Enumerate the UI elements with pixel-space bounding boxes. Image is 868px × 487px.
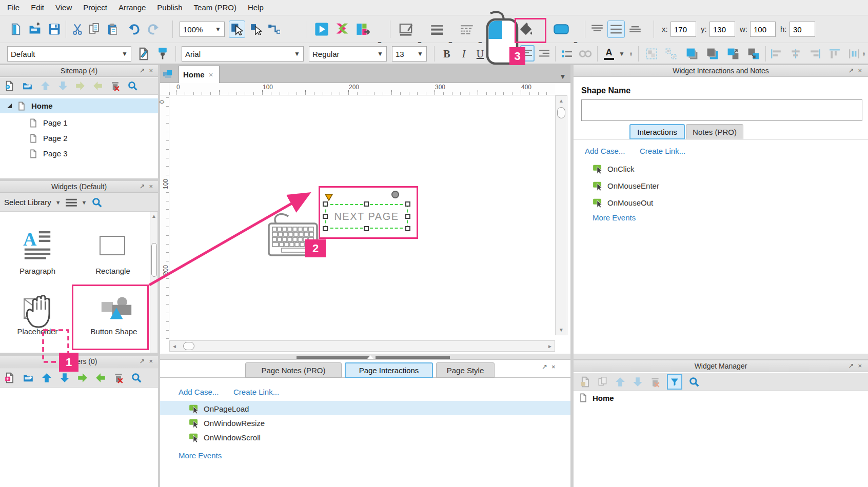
share-button[interactable]	[333, 21, 351, 38]
float-panel-icon[interactable]: ↗	[140, 182, 145, 190]
format-painter-button[interactable]	[155, 46, 170, 62]
border-color-button[interactable]	[552, 22, 570, 37]
distribute-horizontal-button[interactable]	[846, 46, 862, 62]
send-backward-button[interactable]	[745, 46, 762, 62]
widgets-scrollbar[interactable]: ▲	[150, 212, 158, 354]
scroll-left-icon[interactable]: ◄	[172, 343, 177, 349]
close-panel-icon[interactable]: ×	[551, 363, 556, 371]
move-up-icon[interactable]	[615, 376, 626, 388]
ungroup-button[interactable]	[663, 46, 679, 62]
canvas-hscrollbar[interactable]: ◄ ►	[169, 340, 555, 352]
outdent-icon[interactable]	[95, 372, 106, 383]
add-annotation-icon[interactable]	[580, 376, 591, 388]
event-onwindowresize[interactable]: OnWindowResize	[189, 417, 265, 429]
toolbar-overflow-icon[interactable]: ▴▾	[630, 51, 632, 56]
close-panel-icon[interactable]: ×	[149, 357, 153, 365]
widget-manager-item-home[interactable]: Home	[579, 393, 614, 403]
hyperlink-button[interactable]	[577, 46, 594, 62]
search-widget-manager-icon[interactable]	[688, 376, 700, 388]
new-file-button[interactable]	[8, 21, 24, 38]
search-masters-icon[interactable]	[131, 372, 142, 383]
line-style-button[interactable]	[459, 21, 475, 38]
tab-page-style[interactable]: Page Style	[436, 362, 495, 378]
menu-view[interactable]: View	[55, 3, 72, 12]
widget-add-case-link[interactable]: Add Case...	[585, 147, 625, 155]
toolbar-overflow-icon[interactable]: ▴▾	[863, 51, 865, 56]
paste-button[interactable]	[105, 21, 121, 38]
page-create-link-link[interactable]: Create Link...	[233, 388, 279, 396]
widget-view-menu-icon[interactable]	[65, 198, 77, 207]
cut-button[interactable]	[70, 21, 85, 38]
expand-triangle-icon[interactable]	[7, 104, 12, 108]
bring-to-front-button[interactable]	[683, 46, 701, 62]
float-panel-icon[interactable]: ↗	[849, 362, 854, 370]
widget-paragraph[interactable]: A	[23, 230, 52, 263]
zoom-select[interactable]: 100%▼	[180, 22, 225, 37]
move-down-icon[interactable]	[632, 376, 643, 388]
tab-notes[interactable]: Notes (PRO)	[686, 124, 743, 139]
sitemap-item-page1[interactable]: Page 1	[0, 115, 158, 130]
copy-button[interactable]	[86, 21, 103, 38]
italic-button[interactable]: I	[457, 46, 471, 62]
indent-icon[interactable]	[77, 372, 88, 383]
event-onmouseout[interactable]: OnMouseOut	[593, 197, 653, 208]
tab-page-interactions[interactable]: Page Interactions	[345, 362, 433, 378]
connector-mode-button[interactable]	[266, 21, 282, 38]
search-widgets-icon[interactable]	[91, 197, 103, 208]
search-icon[interactable]	[127, 80, 138, 91]
add-folder-icon[interactable]	[22, 80, 33, 91]
canvas-vscrollbar[interactable]: ▲ ▼	[555, 95, 567, 335]
save-button[interactable]	[46, 21, 63, 38]
scroll-down-icon[interactable]: ▼	[559, 327, 564, 333]
float-panel-icon[interactable]: ↗	[849, 67, 854, 74]
tab-page-notes[interactable]: Page Notes (PRO)	[245, 362, 342, 378]
widget-rectangle[interactable]	[100, 236, 125, 255]
float-panel-icon[interactable]: ↗	[140, 67, 145, 74]
font-color-button[interactable]: A	[601, 46, 617, 62]
align-text-bottom-button[interactable]	[627, 22, 643, 37]
align-right-button[interactable]	[537, 46, 552, 62]
float-panel-icon[interactable]: ↗	[542, 363, 547, 371]
delete-page-icon[interactable]	[110, 80, 121, 91]
event-onpageload[interactable]: OnPageLoad	[189, 403, 249, 414]
align-text-top-button[interactable]	[589, 22, 605, 37]
font-style-select[interactable]: Regular▼	[309, 46, 387, 62]
move-up-icon[interactable]	[40, 80, 51, 91]
update-style-button[interactable]	[135, 46, 152, 62]
scroll-right-icon[interactable]: ►	[547, 343, 553, 349]
move-down-icon[interactable]	[59, 372, 70, 383]
add-master-folder-icon[interactable]	[22, 372, 34, 383]
outdent-icon[interactable]	[92, 80, 103, 91]
menu-arrange[interactable]: Arrange	[119, 3, 146, 12]
sitemap-item-page3[interactable]: Page 3	[0, 146, 158, 161]
select-contained-button[interactable]	[248, 21, 264, 38]
tab-list-dropdown-icon[interactable]: ▼	[559, 72, 566, 80]
delete-icon[interactable]	[649, 376, 661, 388]
menu-project[interactable]: Project	[83, 3, 107, 12]
line-width-button[interactable]	[429, 21, 445, 38]
filter-button[interactable]	[667, 374, 682, 390]
tab-home[interactable]: Home ×	[179, 66, 220, 83]
horizontal-splitter[interactable]	[160, 354, 868, 360]
chevron-down-icon[interactable]: ▼	[55, 199, 61, 206]
add-master-icon[interactable]	[4, 372, 15, 383]
menu-edit[interactable]: Edit	[31, 3, 44, 12]
widget-more-events-link[interactable]: More Events	[593, 213, 636, 222]
event-onwindowscroll[interactable]: OnWindowScroll	[189, 432, 261, 443]
sitemap-item-home[interactable]: Home	[0, 98, 158, 113]
event-onclick[interactable]: OnClick	[593, 163, 635, 174]
font-color-dropdown-icon[interactable]: ▼	[619, 50, 625, 57]
underline-button[interactable]: U	[473, 46, 487, 62]
style-preset-select[interactable]: Default▼	[7, 46, 131, 62]
align-objects-right-button[interactable]	[807, 46, 823, 62]
publish-button[interactable]	[354, 21, 373, 38]
h-field[interactable]	[790, 22, 815, 37]
copy-annotation-icon[interactable]	[597, 376, 608, 388]
preview-button[interactable]	[313, 21, 330, 38]
shape-name-input[interactable]	[581, 99, 862, 121]
menu-team[interactable]: Team (PRO)	[194, 3, 236, 12]
group-button[interactable]	[643, 46, 660, 62]
float-panel-icon[interactable]: ↗	[140, 357, 145, 365]
menu-file[interactable]: File	[7, 3, 19, 12]
tab-interactions[interactable]: Interactions	[629, 124, 685, 139]
